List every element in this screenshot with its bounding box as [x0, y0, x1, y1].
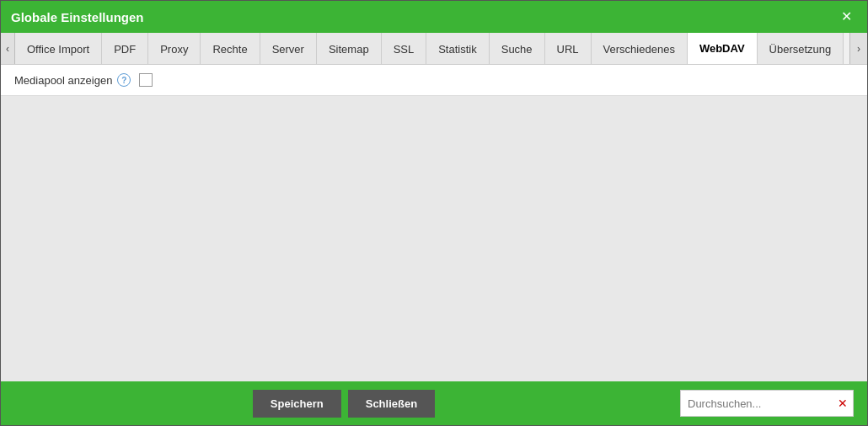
- footer-right: ✕: [680, 390, 854, 417]
- mediapool-label-text: Mediapool anzeigen: [14, 74, 112, 87]
- tab-statistik[interactable]: Statistik: [426, 33, 490, 64]
- tab-suche[interactable]: Suche: [490, 33, 545, 64]
- tab-url[interactable]: URL: [545, 33, 592, 64]
- title-bar: Globale Einstellungen ✕: [1, 1, 867, 33]
- footer: Speichern Schließen ✕: [1, 381, 867, 425]
- dialog-close-button[interactable]: ✕: [836, 8, 857, 25]
- settings-panel: Mediapool anzeigen ?: [1, 65, 867, 96]
- search-box: ✕: [680, 390, 854, 417]
- footer-center: Speichern Schließen: [14, 390, 673, 418]
- content-area: Mediapool anzeigen ?: [1, 65, 867, 381]
- tab-ssl[interactable]: SSL: [382, 33, 427, 64]
- tab-scroll-right-button[interactable]: ›: [849, 33, 867, 64]
- tab-office-import[interactable]: Office Import: [15, 33, 102, 64]
- tabs-container: Office ImportPDFProxyRechteServerSitemap…: [15, 33, 849, 64]
- tab-pdf[interactable]: PDF: [102, 33, 148, 64]
- tab-rechte[interactable]: Rechte: [201, 33, 260, 64]
- tab-verschiedenes[interactable]: Verschiedenes: [592, 33, 688, 64]
- tab-ubersetzung[interactable]: Übersetzung: [758, 33, 844, 64]
- dialog-title: Globale Einstellungen: [11, 10, 144, 24]
- tab-proxy[interactable]: Proxy: [148, 33, 201, 64]
- dialog: Globale Einstellungen ✕ ‹ Office ImportP…: [0, 0, 868, 426]
- search-clear-button[interactable]: ✕: [833, 397, 853, 410]
- close-button[interactable]: Schließen: [348, 390, 435, 418]
- tab-scroll-left-button[interactable]: ‹: [1, 33, 15, 64]
- search-input[interactable]: [681, 391, 833, 416]
- tab-server[interactable]: Server: [260, 33, 317, 64]
- mediapool-checkbox[interactable]: [139, 73, 153, 87]
- save-button[interactable]: Speichern: [253, 390, 341, 418]
- tab-bar: ‹ Office ImportPDFProxyRechteServerSitem…: [1, 33, 867, 65]
- tab-webdav[interactable]: WebDAV: [688, 33, 758, 64]
- mediapool-setting-row: Mediapool anzeigen ?: [1, 65, 867, 96]
- mediapool-help-icon[interactable]: ?: [117, 73, 131, 87]
- tab-sitemap[interactable]: Sitemap: [317, 33, 382, 64]
- mediapool-label: Mediapool anzeigen ?: [14, 73, 131, 87]
